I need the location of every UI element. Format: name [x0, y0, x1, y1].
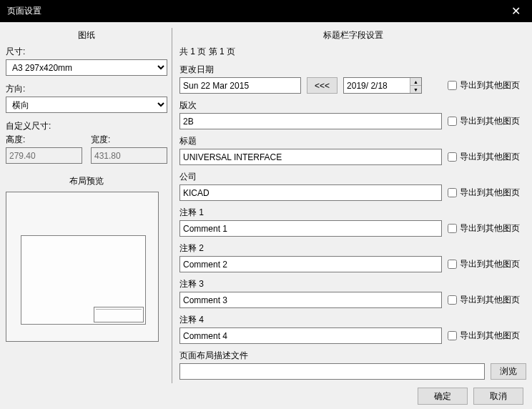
export-comment4-checkbox[interactable]: 导出到其他图页 — [448, 327, 526, 344]
paper-panel: 图纸 尺寸: A3 297x420mm 方向: 横向 自定义尺寸: 高度: 宽度… — [6, 28, 167, 383]
date-picker[interactable]: ▲ ▼ — [343, 77, 422, 94]
cancel-button[interactable]: 取消 — [473, 388, 523, 405]
export-comment2-label: 导出到其他图页 — [460, 258, 520, 270]
size-select[interactable]: A3 297x420mm — [6, 59, 167, 76]
height-input — [6, 147, 82, 164]
comment3-label: 注释 3 — [179, 278, 442, 290]
layout-preview — [6, 192, 159, 342]
export-date-label: 导出到其他图页 — [460, 79, 520, 92]
browse-button[interactable]: 浏览 — [491, 363, 526, 380]
export-comment3-checkbox-input[interactable] — [448, 295, 457, 305]
dialog-footer: 确定 取消 — [0, 383, 532, 409]
comment2-label: 注释 2 — [179, 242, 442, 255]
export-date-checkbox[interactable]: 导出到其他图页 — [448, 77, 526, 94]
export-company-checkbox-input[interactable] — [448, 188, 457, 197]
export-comment3-label: 导出到其他图页 — [460, 294, 520, 306]
export-comment3-checkbox[interactable]: 导出到其他图页 — [448, 292, 526, 308]
revision-input[interactable] — [179, 113, 442, 129]
comment1-label: 注释 1 — [179, 207, 442, 219]
preview-title: 布局预览 — [6, 175, 167, 187]
company-label: 公司 — [179, 171, 442, 183]
date-apply-button[interactable]: <<< — [307, 77, 338, 94]
spin-up-icon[interactable]: ▲ — [410, 78, 421, 85]
export-comment4-checkbox-input[interactable] — [448, 331, 457, 340]
ok-button[interactable]: 确定 — [418, 388, 468, 405]
company-input[interactable] — [179, 184, 442, 201]
size-label: 尺寸: — [6, 46, 167, 58]
export-comment1-checkbox[interactable]: 导出到其他图页 — [448, 220, 526, 237]
preview-page — [21, 235, 146, 325]
export-revision-checkbox[interactable]: 导出到其他图页 — [448, 113, 526, 129]
comment2-input[interactable] — [179, 256, 442, 272]
orientation-label: 方向: — [6, 83, 167, 95]
height-label: 高度: — [6, 134, 82, 146]
export-title-label: 导出到其他图页 — [460, 151, 520, 163]
export-comment1-label: 导出到其他图页 — [460, 222, 520, 235]
preview-titleblock — [94, 307, 144, 322]
page-indicator: 共 1 页 第 1 页 — [179, 46, 526, 58]
export-comment2-checkbox-input[interactable] — [448, 260, 457, 269]
width-input — [91, 147, 167, 164]
export-company-label: 导出到其他图页 — [460, 187, 520, 199]
title-input[interactable] — [179, 149, 442, 165]
date-label: 更改日期 — [179, 64, 442, 76]
title-label: 标题 — [179, 135, 442, 147]
export-comment4-label: 导出到其他图页 — [460, 330, 520, 342]
titleblock-section-title: 标题栏字段设置 — [179, 28, 526, 46]
export-revision-label: 导出到其他图页 — [460, 115, 520, 127]
titleblock-panel: 标题栏字段设置 共 1 页 第 1 页 更改日期 <<< ▲ ▼ — [174, 28, 526, 383]
export-revision-checkbox-input[interactable] — [448, 117, 457, 126]
window-title: 页面设置 — [7, 5, 500, 17]
comment4-input[interactable] — [179, 327, 442, 344]
date-picker-input[interactable] — [344, 78, 410, 93]
width-label: 宽度: — [91, 134, 167, 146]
comment4-label: 注释 4 — [179, 314, 442, 326]
export-title-checkbox[interactable]: 导出到其他图页 — [448, 149, 526, 165]
export-date-checkbox-input[interactable] — [448, 81, 457, 90]
revision-label: 版次 — [179, 99, 442, 112]
orientation-select[interactable]: 横向 — [6, 97, 167, 113]
close-icon[interactable]: ✕ — [500, 0, 532, 22]
export-comment1-checkbox-input[interactable] — [448, 224, 457, 233]
comment3-input[interactable] — [179, 292, 442, 308]
paper-section-title: 图纸 — [6, 28, 167, 46]
vertical-separator — [172, 28, 172, 383]
export-title-checkbox-input[interactable] — [448, 152, 457, 162]
date-display-input[interactable] — [179, 77, 301, 94]
comment1-input[interactable] — [179, 220, 442, 237]
layoutfile-input[interactable] — [179, 363, 485, 380]
window-titlebar: 页面设置 ✕ — [0, 0, 532, 22]
custom-size-label: 自定义尺寸: — [6, 120, 167, 132]
spin-down-icon[interactable]: ▼ — [410, 85, 421, 93]
layoutfile-label: 页面布局描述文件 — [179, 350, 485, 362]
export-company-checkbox[interactable]: 导出到其他图页 — [448, 184, 526, 201]
export-comment2-checkbox[interactable]: 导出到其他图页 — [448, 256, 526, 272]
